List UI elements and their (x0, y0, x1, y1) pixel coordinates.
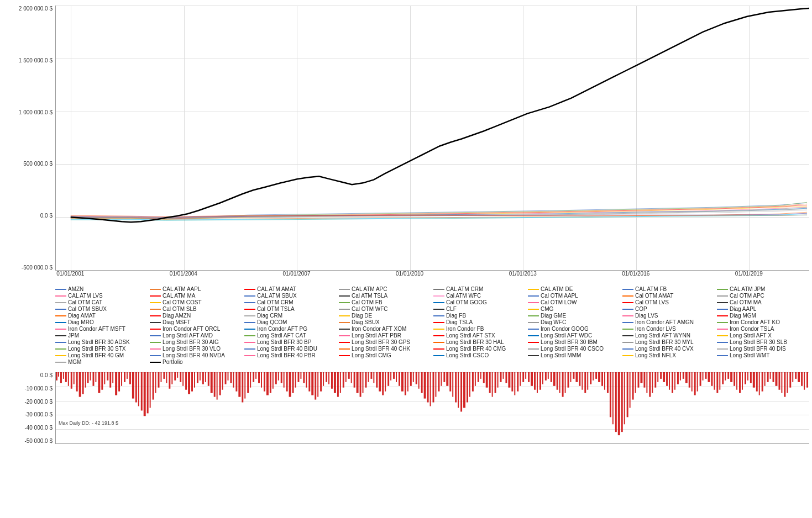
svg-rect-62 (225, 372, 227, 384)
svg-rect-89 (300, 372, 301, 379)
legend-label: Cal OTM FB (352, 299, 383, 305)
legend-item: Iron Condor AFT ORCL (150, 326, 242, 332)
legend-color-swatch (339, 309, 350, 310)
legend-item: Diag AAPL (717, 306, 809, 312)
legend-label: CAL ATM APC (352, 286, 387, 292)
legend-item: Long Strdl AFT STX (433, 332, 526, 339)
svg-rect-47 (182, 372, 184, 386)
legend-label: Long Strdl AFT X (730, 332, 772, 339)
legend-color-swatch (528, 335, 539, 336)
legend-item: CAL ATM JPM (717, 286, 809, 292)
svg-rect-152 (478, 372, 479, 382)
svg-rect-77 (266, 372, 269, 395)
svg-rect-93 (311, 372, 313, 395)
svg-rect-237 (716, 372, 718, 393)
legend-item: Iron Condor TSLA (717, 326, 809, 332)
legend-item: AMZN (55, 286, 148, 292)
legend-color-swatch (150, 309, 161, 310)
legend-label: Diag AMZN (163, 313, 191, 319)
svg-rect-81 (278, 372, 279, 380)
legend-item: Long Strdl BFR 30 MYL (622, 339, 715, 345)
legend-item: Long Strdl BFR 40 CHK (339, 346, 431, 352)
legend-color-swatch (717, 335, 728, 336)
svg-rect-236 (714, 372, 715, 390)
legend-color-swatch (339, 295, 350, 297)
legend-color-swatch (55, 348, 66, 350)
svg-rect-8 (74, 372, 75, 384)
svg-rect-28 (129, 372, 131, 384)
svg-rect-128 (410, 372, 412, 386)
legend-color-swatch (339, 348, 350, 350)
legend-color-swatch (528, 315, 539, 316)
legend-color-swatch (433, 295, 444, 297)
legend-item: CLF (433, 306, 526, 312)
legend-item: Cal ATM TSLA (339, 293, 431, 299)
svg-rect-51 (194, 372, 195, 388)
dd-svg (56, 372, 809, 443)
svg-rect-101 (334, 372, 336, 393)
svg-rect-164 (511, 372, 513, 392)
legend-label: Cal OTM WFC (352, 306, 388, 312)
svg-rect-195 (598, 372, 600, 382)
svg-rect-185 (570, 372, 571, 382)
svg-rect-176 (545, 372, 547, 380)
svg-rect-137 (435, 372, 436, 397)
svg-rect-96 (320, 372, 322, 392)
svg-rect-125 (401, 372, 404, 392)
svg-rect-44 (174, 372, 176, 380)
svg-rect-15 (92, 372, 94, 386)
legend-item: Cal OTM APC (717, 293, 809, 299)
svg-rect-144 (455, 372, 457, 403)
svg-rect-260 (781, 372, 782, 393)
main-chart-plot (55, 6, 809, 271)
svg-rect-261 (784, 372, 785, 397)
svg-rect-41 (166, 372, 167, 383)
legend-item: Cal OTM AMAT (622, 293, 715, 299)
legend-label: Cal ATM WFC (446, 293, 481, 299)
legend-item: Cal OTM GOOG (433, 299, 526, 305)
legend-color-swatch (528, 348, 539, 350)
legend-item: Cal OTM LVS (622, 299, 715, 305)
svg-rect-14 (90, 372, 91, 380)
svg-rect-98 (326, 372, 327, 382)
legend-item: CAL ATM SBUX (244, 293, 337, 299)
svg-rect-90 (303, 372, 305, 383)
legend-label: Long Strdl BFR 30 GPS (352, 339, 410, 345)
svg-rect-198 (607, 372, 609, 393)
svg-rect-263 (789, 372, 791, 388)
legend-item: CAL ATM DE (528, 286, 620, 292)
svg-rect-16 (95, 372, 96, 382)
legend-label: CAL ATM AMAT (257, 286, 296, 292)
legend-color-swatch (150, 362, 161, 363)
legend-label: CAL ATM LVS (68, 293, 103, 299)
svg-rect-99 (328, 372, 329, 384)
svg-rect-190 (584, 372, 586, 393)
svg-rect-58 (214, 372, 216, 397)
svg-rect-186 (573, 372, 574, 379)
legend-item: Long Strdl CSCO (433, 352, 526, 358)
dd-y-label-4: -40 000.0 $ (24, 425, 53, 431)
svg-rect-163 (508, 372, 510, 388)
legend-label: Long Strdl BFR 40 CHK (352, 346, 410, 352)
legend-label: Diag CRM (257, 313, 282, 319)
svg-rect-12 (85, 372, 86, 388)
legend-item: Long Strdl BFR 30 ADSK (55, 339, 148, 345)
svg-rect-25 (121, 372, 122, 386)
svg-rect-244 (736, 372, 737, 390)
svg-rect-258 (775, 372, 777, 386)
legend-color-swatch (717, 342, 728, 343)
legend-color-swatch (244, 295, 255, 297)
svg-rect-250 (753, 372, 755, 388)
svg-rect-39 (160, 372, 161, 382)
svg-rect-121 (390, 372, 391, 380)
legend-color-swatch (433, 342, 444, 343)
legend-label: Long Strdl BFR 40 NVDA (163, 352, 225, 358)
svg-rect-166 (517, 372, 518, 392)
svg-rect-20 (107, 372, 108, 380)
svg-rect-75 (261, 372, 262, 388)
svg-rect-135 (430, 372, 431, 406)
svg-rect-114 (370, 372, 372, 379)
legend-label: Long Strdl NFLX (635, 352, 676, 358)
svg-rect-13 (87, 372, 89, 383)
legend-label: CAL ATM MA (163, 293, 195, 299)
